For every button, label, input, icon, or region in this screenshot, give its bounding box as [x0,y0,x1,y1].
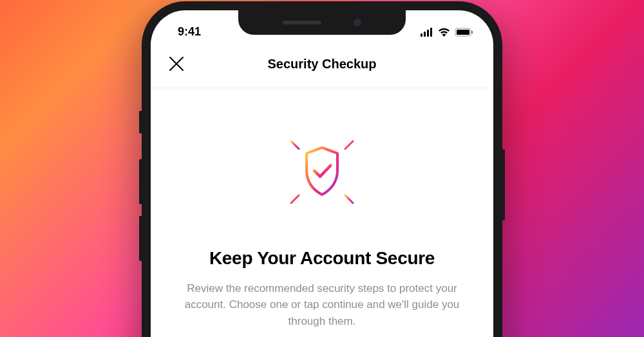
close-icon[interactable] [169,54,184,75]
svg-line-14 [291,195,299,203]
svg-line-13 [345,141,353,149]
page-title: Security Checkup [268,57,377,72]
description-text: Review the recommended security steps to… [176,280,468,330]
svg-rect-1 [424,32,426,37]
content-area: Keep Your Account Secure Review the reco… [151,88,493,330]
svg-rect-5 [457,30,469,35]
svg-rect-0 [421,34,422,37]
screen-header: Security Checkup [151,43,493,88]
svg-rect-6 [471,30,473,34]
phone-side-button-power [502,149,505,220]
battery-icon [455,28,474,37]
status-indicators [421,28,474,37]
svg-rect-3 [430,28,432,37]
svg-line-11 [291,141,299,149]
phone-screen: 9:41 [151,10,493,338]
phone-frame: 9:41 [142,1,502,338]
wifi-icon [438,28,450,37]
phone-side-buttons-left [139,111,142,273]
status-time: 9:41 [178,25,201,39]
main-heading: Keep Your Account Secure [176,248,468,269]
shield-checkmark-icon [176,120,468,224]
phone-notch [238,10,406,35]
svg-rect-2 [427,30,429,37]
svg-line-12 [345,195,353,203]
cellular-signal-icon [421,28,433,37]
